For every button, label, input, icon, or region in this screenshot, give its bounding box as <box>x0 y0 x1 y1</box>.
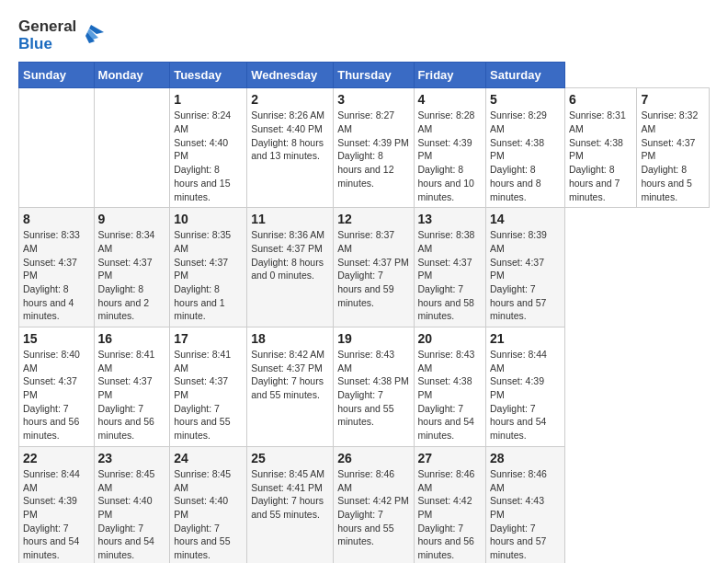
day-number: 22 <box>23 451 90 465</box>
day-info: Sunrise: 8:42 AMSunset: 4:37 PMDaylight:… <box>251 348 329 402</box>
day-number: 18 <box>251 331 329 346</box>
empty-cell <box>94 88 170 208</box>
calendar-table: SundayMondayTuesdayWednesdayThursdayFrid… <box>18 62 710 563</box>
day-number: 28 <box>490 451 561 465</box>
day-cell-16: 16 Sunrise: 8:41 AMSunset: 4:37 PMDaylig… <box>94 327 170 447</box>
day-info: Sunrise: 8:26 AMSunset: 4:40 PMDaylight:… <box>251 109 329 163</box>
day-info: Sunrise: 8:32 AMSunset: 4:37 PMDaylight:… <box>641 109 705 203</box>
day-number: 14 <box>490 212 561 226</box>
day-number: 5 <box>490 92 561 107</box>
day-cell-4: 4 Sunrise: 8:28 AMSunset: 4:39 PMDayligh… <box>414 88 486 208</box>
day-cell-1: 1 Sunrise: 8:24 AMSunset: 4:40 PMDayligh… <box>170 88 247 208</box>
header-monday: Monday <box>94 63 170 88</box>
day-number: 8 <box>23 212 90 226</box>
empty-cell <box>19 88 95 208</box>
day-number: 3 <box>337 92 409 107</box>
day-cell-22: 22 Sunrise: 8:44 AMSunset: 4:39 PMDaylig… <box>19 446 95 563</box>
day-cell-20: 20 Sunrise: 8:43 AMSunset: 4:38 PMDaylig… <box>414 327 486 447</box>
day-number: 17 <box>174 331 243 346</box>
day-number: 16 <box>98 331 166 346</box>
calendar-header-row: SundayMondayTuesdayWednesdayThursdayFrid… <box>19 63 710 88</box>
day-cell-8: 8 Sunrise: 8:33 AMSunset: 4:37 PMDayligh… <box>19 208 95 327</box>
day-info: Sunrise: 8:45 AMSunset: 4:40 PMDaylight:… <box>98 467 166 562</box>
day-number: 21 <box>490 331 561 346</box>
day-info: Sunrise: 8:45 AMSunset: 4:40 PMDaylight:… <box>174 467 243 562</box>
week-row-2: 8 Sunrise: 8:33 AMSunset: 4:37 PMDayligh… <box>19 208 710 327</box>
day-cell-7: 7 Sunrise: 8:32 AMSunset: 4:37 PMDayligh… <box>637 88 710 208</box>
day-cell-18: 18 Sunrise: 8:42 AMSunset: 4:37 PMDaylig… <box>247 327 334 447</box>
day-number: 1 <box>174 92 243 107</box>
day-number: 15 <box>23 331 90 346</box>
day-number: 4 <box>418 92 483 107</box>
day-info: Sunrise: 8:31 AMSunset: 4:38 PMDaylight:… <box>569 109 633 203</box>
day-cell-2: 2 Sunrise: 8:26 AMSunset: 4:40 PMDayligh… <box>247 88 334 208</box>
day-number: 13 <box>418 212 483 226</box>
day-cell-9: 9 Sunrise: 8:34 AMSunset: 4:37 PMDayligh… <box>94 208 170 327</box>
week-row-1: 1 Sunrise: 8:24 AMSunset: 4:40 PMDayligh… <box>19 88 710 208</box>
day-cell-13: 13 Sunrise: 8:38 AMSunset: 4:37 PMDaylig… <box>414 208 486 327</box>
day-number: 23 <box>98 451 166 465</box>
day-number: 20 <box>418 331 483 346</box>
day-info: Sunrise: 8:44 AMSunset: 4:39 PMDaylight:… <box>23 467 90 562</box>
calendar-body: 1 Sunrise: 8:24 AMSunset: 4:40 PMDayligh… <box>19 88 710 563</box>
day-number: 26 <box>337 451 409 465</box>
day-number: 10 <box>174 212 243 226</box>
day-info: Sunrise: 8:37 AMSunset: 4:37 PMDaylight:… <box>337 228 409 309</box>
day-cell-11: 11 Sunrise: 8:36 AMSunset: 4:37 PMDaylig… <box>247 208 334 327</box>
day-info: Sunrise: 8:46 AMSunset: 4:42 PMDaylight:… <box>418 467 483 562</box>
day-number: 11 <box>251 212 329 226</box>
day-info: Sunrise: 8:24 AMSunset: 4:40 PMDaylight:… <box>174 109 243 203</box>
logo-graphic: General Blue <box>18 18 104 52</box>
day-number: 19 <box>337 331 409 346</box>
day-cell-21: 21 Sunrise: 8:44 AMSunset: 4:39 PMDaylig… <box>486 327 565 447</box>
day-cell-17: 17 Sunrise: 8:41 AMSunset: 4:37 PMDaylig… <box>170 327 247 447</box>
day-info: Sunrise: 8:41 AMSunset: 4:37 PMDaylight:… <box>174 348 243 442</box>
header-wednesday: Wednesday <box>247 63 334 88</box>
logo-general-text: General <box>18 18 76 36</box>
logo-blue-text: Blue <box>18 36 76 53</box>
day-info: Sunrise: 8:34 AMSunset: 4:37 PMDaylight:… <box>98 228 166 323</box>
day-cell-10: 10 Sunrise: 8:35 AMSunset: 4:37 PMDaylig… <box>170 208 247 327</box>
day-cell-24: 24 Sunrise: 8:45 AMSunset: 4:40 PMDaylig… <box>170 446 247 563</box>
day-cell-25: 25 Sunrise: 8:45 AMSunset: 4:41 PMDaylig… <box>247 446 334 563</box>
day-cell-12: 12 Sunrise: 8:37 AMSunset: 4:37 PMDaylig… <box>334 208 414 327</box>
day-info: Sunrise: 8:46 AMSunset: 4:42 PMDaylight:… <box>337 467 409 548</box>
header-saturday: Saturday <box>486 63 565 88</box>
day-info: Sunrise: 8:28 AMSunset: 4:39 PMDaylight:… <box>418 109 483 203</box>
header-tuesday: Tuesday <box>170 63 247 88</box>
logo: General Blue <box>18 18 104 52</box>
day-number: 27 <box>418 451 483 465</box>
day-info: Sunrise: 8:40 AMSunset: 4:37 PMDaylight:… <box>23 348 90 442</box>
day-info: Sunrise: 8:38 AMSunset: 4:37 PMDaylight:… <box>418 228 483 323</box>
logo-bird-icon <box>78 23 104 49</box>
day-number: 2 <box>251 92 329 107</box>
day-cell-19: 19 Sunrise: 8:43 AMSunset: 4:38 PMDaylig… <box>334 327 414 447</box>
day-number: 25 <box>251 451 329 465</box>
header-thursday: Thursday <box>334 63 414 88</box>
header-sunday: Sunday <box>19 63 95 88</box>
day-number: 12 <box>337 212 409 226</box>
day-cell-3: 3 Sunrise: 8:27 AMSunset: 4:39 PMDayligh… <box>334 88 414 208</box>
day-number: 24 <box>174 451 243 465</box>
day-info: Sunrise: 8:45 AMSunset: 4:41 PMDaylight:… <box>251 467 329 522</box>
page-header: General Blue <box>18 18 710 52</box>
day-info: Sunrise: 8:41 AMSunset: 4:37 PMDaylight:… <box>98 348 166 442</box>
day-cell-6: 6 Sunrise: 8:31 AMSunset: 4:38 PMDayligh… <box>564 88 637 208</box>
week-row-4: 22 Sunrise: 8:44 AMSunset: 4:39 PMDaylig… <box>19 446 710 563</box>
day-cell-5: 5 Sunrise: 8:29 AMSunset: 4:38 PMDayligh… <box>486 88 565 208</box>
day-info: Sunrise: 8:39 AMSunset: 4:37 PMDaylight:… <box>490 228 561 323</box>
day-cell-27: 27 Sunrise: 8:46 AMSunset: 4:42 PMDaylig… <box>414 446 486 563</box>
day-number: 9 <box>98 212 166 226</box>
day-cell-26: 26 Sunrise: 8:46 AMSunset: 4:42 PMDaylig… <box>334 446 414 563</box>
day-info: Sunrise: 8:33 AMSunset: 4:37 PMDaylight:… <box>23 228 90 323</box>
day-number: 7 <box>641 92 705 107</box>
day-info: Sunrise: 8:44 AMSunset: 4:39 PMDaylight:… <box>490 348 561 442</box>
day-info: Sunrise: 8:36 AMSunset: 4:37 PMDaylight:… <box>251 228 329 282</box>
day-cell-14: 14 Sunrise: 8:39 AMSunset: 4:37 PMDaylig… <box>486 208 565 327</box>
day-info: Sunrise: 8:43 AMSunset: 4:38 PMDaylight:… <box>337 348 409 429</box>
day-info: Sunrise: 8:29 AMSunset: 4:38 PMDaylight:… <box>490 109 561 203</box>
day-info: Sunrise: 8:35 AMSunset: 4:37 PMDaylight:… <box>174 228 243 323</box>
day-info: Sunrise: 8:27 AMSunset: 4:39 PMDaylight:… <box>337 109 409 190</box>
week-row-3: 15 Sunrise: 8:40 AMSunset: 4:37 PMDaylig… <box>19 327 710 447</box>
day-cell-28: 28 Sunrise: 8:46 AMSunset: 4:43 PMDaylig… <box>486 446 565 563</box>
